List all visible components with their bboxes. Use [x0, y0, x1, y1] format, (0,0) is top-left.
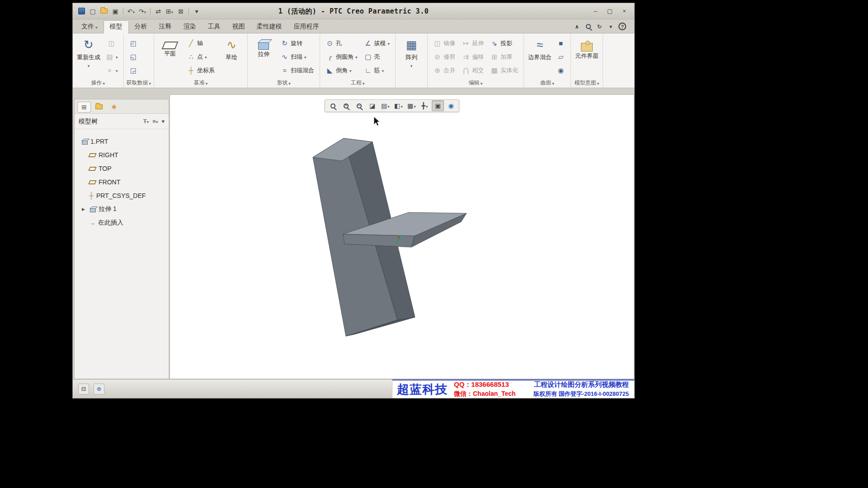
tab-annotate[interactable]: 注释	[153, 21, 178, 33]
tree-item-part[interactable]: 1.PRT	[76, 135, 167, 148]
datum-csys-button[interactable]: ┼坐标系	[184, 64, 217, 77]
annotation-display-button[interactable]: ▣	[432, 100, 444, 111]
intersect-button[interactable]: ⋂相交	[459, 64, 486, 77]
merge-button[interactable]: ⊕合并	[430, 64, 458, 77]
help-button[interactable]: ?	[618, 23, 626, 30]
chamfer-button[interactable]: ◣倒角	[323, 64, 360, 77]
hole-button[interactable]: ⊙孔	[323, 37, 360, 50]
new-file-button[interactable]: ▢	[88, 6, 98, 16]
tree-item-csys[interactable]: ┼ PRT_CSYS_DEF	[76, 189, 167, 202]
component-interface-button[interactable]: 元件界面	[574, 35, 600, 78]
shrinkwrap-button[interactable]: ◲	[127, 64, 141, 77]
folder-browser-tab[interactable]	[92, 102, 106, 113]
expander-icon[interactable]: ▶	[82, 207, 87, 211]
tab-flexible-modeling[interactable]: 柔性建模	[251, 21, 288, 33]
regenerate-button[interactable]: ↻ 重新生成	[75, 35, 102, 78]
extrude-button[interactable]: 拉伸	[250, 35, 277, 78]
rib-button[interactable]: ∟筋	[361, 64, 393, 77]
minimize-ribbon-button[interactable]: ∧	[573, 23, 580, 30]
pattern-button[interactable]: ▦ 阵列	[398, 35, 425, 78]
regenerate-quick-button[interactable]: ⇄	[153, 6, 163, 16]
datum-axis-button[interactable]: ╱轴	[184, 37, 217, 50]
tab-render[interactable]: 渲染	[178, 21, 202, 33]
tree-item-right-plane[interactable]: RIGHT	[76, 148, 167, 162]
model-tree-tab[interactable]: ⊞	[77, 102, 91, 113]
tree-item-extrude-1[interactable]: ▶ 拉伸 1	[76, 202, 167, 216]
undo-button[interactable]: ↶	[126, 6, 136, 16]
thicken-button[interactable]: ⊞加厚	[487, 50, 521, 63]
tree-more-button[interactable]: ▾	[161, 118, 165, 125]
maximize-button[interactable]: ▢	[604, 7, 616, 16]
draft-button[interactable]: ∠拔模	[361, 37, 393, 50]
revolve-button[interactable]: ↻旋转	[278, 37, 317, 50]
creo-connect-button[interactable]: ↻	[596, 23, 603, 30]
tab-file[interactable]: 文件	[75, 21, 104, 33]
user-defined-feature-button[interactable]: ◰	[127, 37, 141, 50]
swept-blend-button[interactable]: ≈扫描混合	[278, 64, 317, 77]
datum-point-button[interactable]: ∴点	[184, 50, 217, 63]
graphics-area[interactable]: + − ◪ ▤ ◧ ▦ ╋ ▣ ◉	[170, 94, 634, 379]
zoom-in-button[interactable]: +	[340, 100, 352, 111]
project-button[interactable]: ⇘投影	[487, 37, 521, 50]
spin-center-button[interactable]: ◉	[445, 100, 457, 111]
boundary-blend-button[interactable]: ≈ 边界混合	[527, 35, 553, 78]
saved-orientations-button[interactable]: ▦	[406, 100, 418, 111]
close-window-button[interactable]: ⊠	[176, 6, 186, 16]
group-label-datum[interactable]: 基准	[154, 78, 247, 88]
tree-filters-button[interactable]: Ŧ	[143, 118, 149, 125]
freestyle-button[interactable]: ▱	[554, 50, 568, 63]
group-label-surfaces[interactable]: 曲面	[524, 78, 571, 88]
shell-button[interactable]: ▢壳	[361, 50, 393, 63]
group-label-model-intent[interactable]: 模型意图	[571, 78, 603, 88]
paste-button[interactable]: ▤	[103, 50, 121, 63]
copy-geometry-button[interactable]: ◱	[127, 50, 141, 63]
refit-button[interactable]	[327, 100, 339, 111]
delete-button[interactable]: ×	[103, 64, 121, 77]
3d-model[interactable]	[170, 95, 634, 379]
window-switch-button[interactable]: ⊞	[165, 6, 175, 16]
group-label-operations[interactable]: 操作	[73, 78, 123, 88]
group-label-shapes[interactable]: 形状	[248, 78, 320, 88]
trim-button[interactable]: ⊘修剪	[430, 50, 458, 63]
copy-button[interactable]: ◫	[103, 37, 121, 50]
fill-button[interactable]: ■	[554, 37, 568, 50]
minimize-button[interactable]: –	[589, 7, 602, 16]
group-label-engineering[interactable]: 工程	[320, 78, 395, 88]
open-file-button[interactable]	[99, 6, 109, 16]
mirror-button[interactable]: ◫镜像	[430, 37, 458, 50]
tree-item-front-plane[interactable]: FRONT	[76, 175, 167, 189]
customize-toolbar-button[interactable]: ▾	[192, 6, 202, 16]
tree-columns-button[interactable]: ≡	[152, 118, 158, 125]
zoom-out-button[interactable]: −	[353, 100, 365, 111]
tab-analysis[interactable]: 分析	[129, 21, 153, 33]
display-style-button[interactable]: ▤	[379, 100, 392, 111]
offset-button[interactable]: ⇉偏移	[459, 50, 486, 63]
tree-item-insert-here[interactable]: → 在此插入	[76, 216, 167, 230]
navigator-toggle-button[interactable]: ⊟	[78, 384, 89, 394]
tab-model[interactable]: 模型	[104, 20, 129, 33]
more-options-button[interactable]: ▾	[607, 23, 614, 30]
datum-plane-button[interactable]: 平面	[157, 35, 183, 78]
tab-applications[interactable]: 应用程序	[288, 21, 325, 33]
show-section-button[interactable]: ◧	[392, 100, 405, 111]
group-label-get-data[interactable]: 获取数据	[124, 78, 154, 88]
shading-style-button[interactable]: ◪	[366, 100, 378, 111]
extend-button[interactable]: ↦延伸	[459, 37, 486, 50]
redo-button[interactable]: ↷	[137, 6, 147, 16]
tree-item-top-plane[interactable]: TOP	[76, 162, 167, 175]
datum-display-button[interactable]: ╋	[419, 100, 431, 111]
solidify-button[interactable]: ▩实体化	[487, 64, 521, 77]
sweep-button[interactable]: ∿扫描	[278, 50, 317, 63]
browser-toggle-button[interactable]: ⊕	[94, 384, 104, 394]
favorites-tab[interactable]: ∗	[107, 102, 121, 113]
save-button[interactable]: ▣	[110, 6, 120, 16]
close-button[interactable]: ×	[618, 7, 631, 16]
tab-tools[interactable]: 工具	[202, 21, 226, 33]
tab-view[interactable]: 视图	[226, 21, 251, 33]
style-button[interactable]: ◉	[554, 64, 568, 77]
round-button[interactable]: ╭倒圆角	[323, 50, 360, 63]
app-menu-button[interactable]	[76, 6, 86, 16]
search-button[interactable]	[585, 23, 592, 30]
group-label-editing[interactable]: 编辑	[428, 78, 524, 88]
sketch-button[interactable]: ∿ 草绘	[218, 35, 245, 78]
